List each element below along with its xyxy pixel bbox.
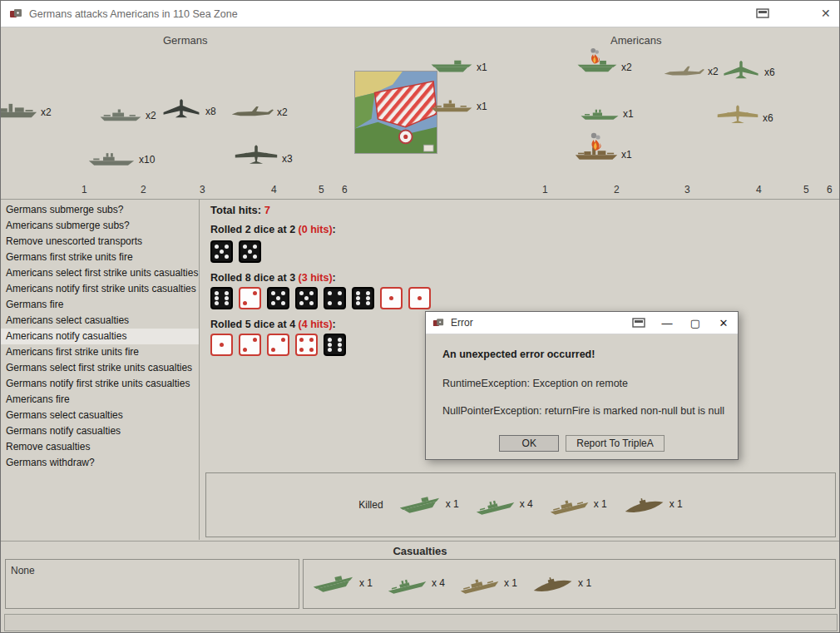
plane-icon: [230, 102, 274, 121]
carrier-icon: [576, 57, 618, 76]
error-detail-2: NullPointerException: returnFire is mark…: [442, 405, 724, 417]
error-dialog-icon: [432, 318, 444, 329]
close-icon[interactable]: ✕: [709, 317, 738, 329]
unit-count: x1: [477, 62, 487, 76]
die-6-miss: [324, 334, 346, 356]
dice-row-2: [210, 287, 437, 310]
unit-count: x1: [623, 108, 634, 122]
window-icon[interactable]: [756, 8, 769, 19]
german-battleship-unit[interactable]: x2: [0, 101, 52, 121]
window-title: Germans attacks Americans in 110 Sea Zon…: [29, 8, 238, 20]
close-icon[interactable]: ✕: [821, 7, 831, 20]
german-scale-6: 6: [342, 184, 348, 195]
german-bomber-unit[interactable]: x3: [234, 142, 293, 167]
german-scale-2: 2: [141, 184, 146, 195]
title-bar[interactable]: Germans attacks Americans in 110 Sea Zon…: [1, 1, 839, 27]
plane-icon: [663, 62, 704, 80]
battle-step: Germans select first strike units casual…: [1, 360, 199, 376]
american-tactical-bomber-unit[interactable]: x6: [716, 102, 773, 126]
killed-cruiser-unit: x 1: [548, 497, 607, 514]
german-scale-3: 3: [200, 184, 205, 195]
american-cruiser-unit[interactable]: x1: [430, 96, 487, 115]
minimize-icon[interactable]: —: [653, 317, 681, 329]
fighter-icon: [161, 97, 202, 120]
unit-count: x2: [277, 106, 288, 121]
battle-step: Remove unescorted transports: [1, 234, 199, 250]
casualty-carrier-unit: x 1: [312, 575, 373, 593]
german-scale-5: 5: [319, 184, 324, 195]
error-dialog-title-bar[interactable]: Error — ▢ ✕: [426, 312, 738, 334]
battle-step: Germans first strike units fire: [1, 250, 199, 265]
roll-label-3: Rolled 5 dice at 4 (4 hits):: [210, 319, 336, 330]
die-5-miss: [267, 287, 289, 309]
unit-count: x6: [763, 112, 773, 126]
total-hits-label: Total hits:: [210, 204, 261, 216]
battle-step: Germans notify first strike units casual…: [1, 376, 199, 392]
dice-row-3: [210, 334, 352, 357]
american-carrier-unit[interactable]: x1: [430, 57, 487, 76]
casualty-submarine-unit: x 1: [531, 575, 591, 593]
american-fighter-unit[interactable]: x6: [721, 59, 775, 81]
german-destroyer-unit[interactable]: x10: [87, 149, 155, 168]
submarine-icon: [620, 491, 667, 519]
die-6-miss: [210, 287, 233, 309]
casualty-destroyer-unit: x 4: [386, 576, 445, 593]
american-scale-1: 1: [542, 184, 548, 195]
battle-step: Americans first strike units fire: [1, 344, 199, 360]
german-fighter-unit[interactable]: x8: [161, 97, 216, 120]
destroyer-icon: [472, 492, 517, 518]
american-battleship-damaged-unit[interactable]: x1: [575, 144, 632, 163]
carrier-icon: [397, 491, 443, 519]
american-scale-6: 6: [827, 184, 833, 195]
killed-carrier-unit: x 1: [398, 496, 459, 514]
error-dialog-title: Error: [451, 317, 625, 329]
maximize-icon[interactable]: ▢: [681, 317, 709, 329]
battleship-icon: [0, 101, 37, 121]
die-2-hit: [267, 334, 289, 356]
casualty-cruiser-unit: x 1: [458, 576, 517, 593]
app-icon: [9, 8, 22, 20]
die-1-hit: [408, 287, 431, 309]
killed-panel: Killed x 1 x 4 x 1 x 1: [205, 472, 836, 537]
window-icon[interactable]: [625, 318, 653, 329]
battle-step-list: Germans submerge subs? Americans submerg…: [1, 200, 200, 540]
german-cruiser-unit[interactable]: x2: [99, 106, 156, 124]
battle-step: Germans select casualties: [1, 408, 199, 423]
dice-row-1: [210, 240, 267, 264]
american-destroyer-unit[interactable]: x1: [580, 106, 634, 122]
german-scale-1: 1: [82, 184, 87, 195]
carrier-icon: [310, 570, 357, 598]
german-tactical-bomber-unit[interactable]: x2: [230, 102, 288, 121]
battle-step: Germans notify casualties: [1, 423, 199, 439]
killed-label: Killed: [358, 499, 383, 511]
casualties-units-box: x 1 x 4 x 1 x 1: [303, 559, 836, 609]
roll-label-2: Rolled 8 dice at 3 (3 hits):: [210, 272, 336, 284]
american-carrier-damaged-unit[interactable]: x2: [576, 57, 632, 76]
error-dialog-buttons: OK Report To TripleA: [426, 435, 738, 452]
report-button[interactable]: Report To TripleA: [566, 435, 665, 452]
roll-label-1: Rolled 2 dice at 2 (0 hits):: [210, 224, 336, 235]
battle-step-selected: Americans notify casualties: [1, 329, 199, 344]
american-scale-2: 2: [614, 184, 620, 195]
destroyer-icon: [87, 149, 136, 168]
bomber-icon: [234, 142, 279, 167]
ok-button[interactable]: OK: [499, 435, 559, 452]
error-message: An unexpected error occurred!: [442, 349, 595, 360]
german-scale-4: 4: [271, 184, 277, 195]
unit-count: x1: [477, 101, 487, 115]
battle-step: Americans notify first strike units casu…: [1, 281, 199, 297]
sea-zone-map: [354, 71, 437, 154]
battle-step: Americans select casualties: [1, 313, 199, 329]
american-scale-4: 4: [756, 184, 762, 195]
status-bar: [4, 614, 838, 631]
die-1-hit: [210, 334, 233, 356]
battle-step: Germans withdraw?: [1, 455, 199, 471]
casualties-title: Casualties: [1, 545, 839, 557]
american-fighter2-unit[interactable]: x2: [663, 62, 719, 80]
die-1-hit: [380, 287, 403, 309]
die-6-miss: [352, 287, 374, 309]
killed-submarine-unit: x 1: [622, 496, 683, 514]
unit-count: x2: [41, 106, 52, 121]
die-2-hit: [239, 287, 261, 309]
american-scale-5: 5: [803, 184, 809, 195]
